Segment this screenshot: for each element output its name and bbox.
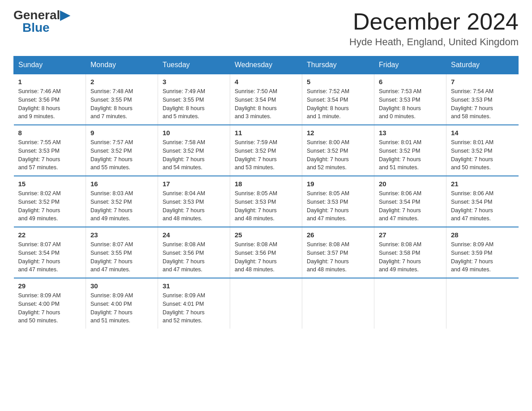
calendar-cell: 1Sunrise: 7:46 AMSunset: 3:56 PMDaylight… <box>14 74 86 125</box>
calendar-cell <box>446 278 519 329</box>
day-number: 22 <box>18 231 82 239</box>
day-number: 27 <box>379 231 442 239</box>
day-number: 5 <box>307 78 369 86</box>
calendar-cell: 30Sunrise: 8:09 AMSunset: 4:00 PMDayligh… <box>86 278 158 329</box>
day-number: 2 <box>90 78 153 86</box>
day-number: 20 <box>379 180 442 188</box>
day-info: Sunrise: 7:46 AMSunset: 3:56 PMDaylight:… <box>18 87 82 121</box>
day-number: 7 <box>451 78 514 86</box>
calendar-week-row: 22Sunrise: 8:07 AMSunset: 3:54 PMDayligh… <box>14 227 519 278</box>
weekday-header-tuesday: Tuesday <box>158 56 230 74</box>
calendar-week-row: 15Sunrise: 8:02 AMSunset: 3:52 PMDayligh… <box>14 176 519 227</box>
calendar-cell: 2Sunrise: 7:48 AMSunset: 3:55 PMDaylight… <box>86 74 158 125</box>
weekday-header-saturday: Saturday <box>446 56 519 74</box>
day-number: 31 <box>163 282 225 290</box>
weekday-header-friday: Friday <box>374 56 446 74</box>
calendar-cell: 7Sunrise: 7:54 AMSunset: 3:53 PMDaylight… <box>446 74 519 125</box>
day-number: 18 <box>235 180 297 188</box>
calendar-cell: 8Sunrise: 7:55 AMSunset: 3:53 PMDaylight… <box>14 125 86 176</box>
calendar-week-row: 8Sunrise: 7:55 AMSunset: 3:53 PMDaylight… <box>14 125 519 176</box>
calendar-cell: 31Sunrise: 8:09 AMSunset: 4:01 PMDayligh… <box>158 278 230 329</box>
day-number: 29 <box>18 282 82 290</box>
calendar-cell: 14Sunrise: 8:01 AMSunset: 3:52 PMDayligh… <box>446 125 519 176</box>
calendar-title: December 2024 <box>349 9 519 34</box>
calendar-cell: 17Sunrise: 8:04 AMSunset: 3:53 PMDayligh… <box>158 176 230 227</box>
weekday-header-row: SundayMondayTuesdayWednesdayThursdayFrid… <box>14 56 519 74</box>
day-info: Sunrise: 7:50 AMSunset: 3:54 PMDaylight:… <box>235 87 297 121</box>
calendar-cell: 21Sunrise: 8:06 AMSunset: 3:54 PMDayligh… <box>446 176 519 227</box>
day-number: 11 <box>235 129 297 137</box>
day-info: Sunrise: 8:08 AMSunset: 3:56 PMDaylight:… <box>235 240 297 274</box>
day-info: Sunrise: 8:09 AMSunset: 4:01 PMDaylight:… <box>163 291 225 325</box>
calendar-cell: 3Sunrise: 7:49 AMSunset: 3:55 PMDaylight… <box>158 74 230 125</box>
day-info: Sunrise: 8:03 AMSunset: 3:52 PMDaylight:… <box>90 189 153 223</box>
day-number: 25 <box>235 231 297 239</box>
calendar-cell: 12Sunrise: 8:00 AMSunset: 3:52 PMDayligh… <box>302 125 374 176</box>
calendar-cell: 26Sunrise: 8:08 AMSunset: 3:57 PMDayligh… <box>302 227 374 278</box>
weekday-header-thursday: Thursday <box>302 56 374 74</box>
day-number: 15 <box>18 180 82 188</box>
day-info: Sunrise: 8:06 AMSunset: 3:54 PMDaylight:… <box>379 189 442 223</box>
weekday-header-sunday: Sunday <box>14 56 86 74</box>
day-number: 21 <box>451 180 514 188</box>
weekday-header-wednesday: Wednesday <box>230 56 302 74</box>
day-info: Sunrise: 7:49 AMSunset: 3:55 PMDaylight:… <box>163 87 225 121</box>
calendar-cell: 24Sunrise: 8:08 AMSunset: 3:56 PMDayligh… <box>158 227 230 278</box>
calendar-cell <box>374 278 446 329</box>
day-info: Sunrise: 8:01 AMSunset: 3:52 PMDaylight:… <box>379 138 442 172</box>
day-info: Sunrise: 8:09 AMSunset: 4:00 PMDaylight:… <box>18 291 82 325</box>
day-info: Sunrise: 8:08 AMSunset: 3:58 PMDaylight:… <box>379 240 442 274</box>
day-number: 1 <box>18 78 82 86</box>
day-info: Sunrise: 8:05 AMSunset: 3:53 PMDaylight:… <box>307 189 369 223</box>
day-number: 17 <box>163 180 225 188</box>
day-info: Sunrise: 8:04 AMSunset: 3:53 PMDaylight:… <box>163 189 225 223</box>
day-number: 26 <box>307 231 369 239</box>
page-header: General▶ Blue December 2024 Hyde Heath, … <box>13 9 519 48</box>
day-number: 30 <box>90 282 153 290</box>
calendar-cell <box>302 278 374 329</box>
calendar-cell: 10Sunrise: 7:58 AMSunset: 3:52 PMDayligh… <box>158 125 230 176</box>
calendar-cell: 18Sunrise: 8:05 AMSunset: 3:53 PMDayligh… <box>230 176 302 227</box>
logo-blue-text: Blue <box>22 21 50 34</box>
calendar-cell: 22Sunrise: 8:07 AMSunset: 3:54 PMDayligh… <box>14 227 86 278</box>
calendar-subtitle: Hyde Heath, England, United Kingdom <box>349 36 519 48</box>
day-info: Sunrise: 8:08 AMSunset: 3:57 PMDaylight:… <box>307 240 369 274</box>
calendar-cell: 25Sunrise: 8:08 AMSunset: 3:56 PMDayligh… <box>230 227 302 278</box>
day-info: Sunrise: 8:08 AMSunset: 3:56 PMDaylight:… <box>163 240 225 274</box>
day-info: Sunrise: 8:07 AMSunset: 3:54 PMDaylight:… <box>18 240 82 274</box>
day-info: Sunrise: 7:55 AMSunset: 3:53 PMDaylight:… <box>18 138 82 172</box>
day-info: Sunrise: 7:54 AMSunset: 3:53 PMDaylight:… <box>451 87 514 121</box>
calendar-cell: 5Sunrise: 7:52 AMSunset: 3:54 PMDaylight… <box>302 74 374 125</box>
day-info: Sunrise: 8:06 AMSunset: 3:54 PMDaylight:… <box>451 189 514 223</box>
day-number: 28 <box>451 231 514 239</box>
calendar-cell: 27Sunrise: 8:08 AMSunset: 3:58 PMDayligh… <box>374 227 446 278</box>
day-number: 12 <box>307 129 369 137</box>
calendar-table: SundayMondayTuesdayWednesdayThursdayFrid… <box>13 56 519 329</box>
calendar-week-row: 29Sunrise: 8:09 AMSunset: 4:00 PMDayligh… <box>14 278 519 329</box>
day-info: Sunrise: 7:58 AMSunset: 3:52 PMDaylight:… <box>163 138 225 172</box>
day-info: Sunrise: 7:52 AMSunset: 3:54 PMDaylight:… <box>307 87 369 121</box>
day-info: Sunrise: 8:01 AMSunset: 3:52 PMDaylight:… <box>451 138 514 172</box>
day-info: Sunrise: 7:57 AMSunset: 3:52 PMDaylight:… <box>90 138 153 172</box>
day-number: 10 <box>163 129 225 137</box>
day-number: 6 <box>379 78 442 86</box>
calendar-cell: 16Sunrise: 8:03 AMSunset: 3:52 PMDayligh… <box>86 176 158 227</box>
day-number: 16 <box>90 180 153 188</box>
day-info: Sunrise: 8:02 AMSunset: 3:52 PMDaylight:… <box>18 189 82 223</box>
calendar-cell: 13Sunrise: 8:01 AMSunset: 3:52 PMDayligh… <box>374 125 446 176</box>
calendar-cell: 28Sunrise: 8:09 AMSunset: 3:59 PMDayligh… <box>446 227 519 278</box>
calendar-cell: 23Sunrise: 8:07 AMSunset: 3:55 PMDayligh… <box>86 227 158 278</box>
day-info: Sunrise: 7:59 AMSunset: 3:52 PMDaylight:… <box>235 138 297 172</box>
calendar-cell: 11Sunrise: 7:59 AMSunset: 3:52 PMDayligh… <box>230 125 302 176</box>
day-number: 23 <box>90 231 153 239</box>
calendar-cell: 15Sunrise: 8:02 AMSunset: 3:52 PMDayligh… <box>14 176 86 227</box>
calendar-week-row: 1Sunrise: 7:46 AMSunset: 3:56 PMDaylight… <box>14 74 519 125</box>
logo: General▶ Blue <box>13 9 70 34</box>
calendar-cell <box>230 278 302 329</box>
day-info: Sunrise: 8:07 AMSunset: 3:55 PMDaylight:… <box>90 240 153 274</box>
day-info: Sunrise: 8:09 AMSunset: 4:00 PMDaylight:… <box>90 291 153 325</box>
day-info: Sunrise: 7:53 AMSunset: 3:53 PMDaylight:… <box>379 87 442 121</box>
day-number: 8 <box>18 129 82 137</box>
calendar-cell: 19Sunrise: 8:05 AMSunset: 3:53 PMDayligh… <box>302 176 374 227</box>
day-info: Sunrise: 8:00 AMSunset: 3:52 PMDaylight:… <box>307 138 369 172</box>
